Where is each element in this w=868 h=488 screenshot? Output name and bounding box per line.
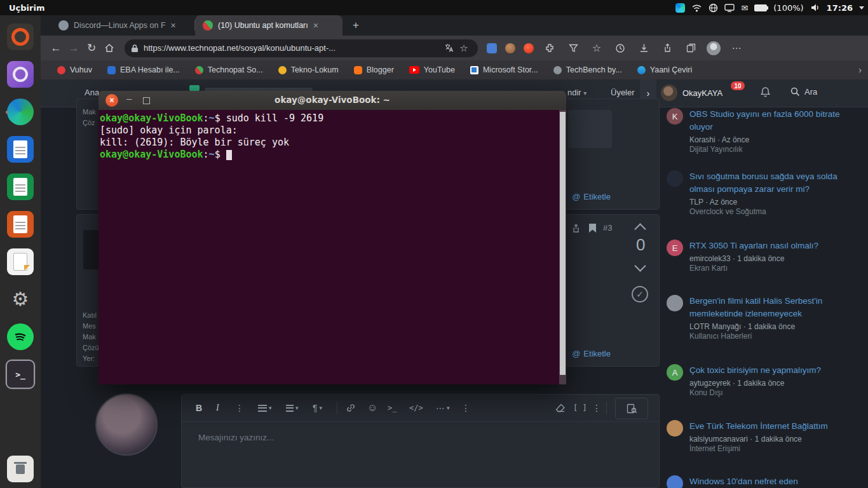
history-icon[interactable] <box>613 41 628 56</box>
topic-title[interactable]: RTX 3050 Ti ayarları nasıl olmalı? <box>689 241 818 250</box>
code-button[interactable]: </> <box>409 400 423 416</box>
terminal-titlebar[interactable]: × – okay@okay-VivoBook: ~ <box>98 91 566 111</box>
dock-item-settings[interactable]: ⚙ <box>5 284 36 315</box>
dock-item-trash[interactable] <box>5 454 36 484</box>
tab-close-icon[interactable]: × <box>171 21 176 30</box>
topic-avatar[interactable]: E <box>667 240 683 256</box>
bookmark-msstore[interactable]: Microsoft Stor... <box>470 65 538 74</box>
remove-format-button[interactable] <box>555 400 566 416</box>
dock-item-screenshot[interactable] <box>5 59 36 90</box>
bookmark-icon[interactable] <box>589 224 596 233</box>
terminal-insert-button[interactable]: >_ <box>388 400 397 416</box>
emoji-button[interactable]: ☺ <box>367 400 377 416</box>
share-icon[interactable] <box>571 224 581 235</box>
topic-avatar[interactable]: A <box>667 364 683 381</box>
bookmark-vuhuv[interactable]: Vuhuv <box>57 65 92 74</box>
terminal-scrollbar-thumb[interactable] <box>560 112 566 375</box>
topic-avatar[interactable] <box>667 295 683 311</box>
tab-close-icon[interactable]: × <box>313 21 318 30</box>
bookmark-technopat[interactable]: Technopat So... <box>195 65 263 74</box>
new-tab-button[interactable]: + <box>348 17 364 34</box>
extension-red-icon[interactable] <box>524 43 534 53</box>
address-bar[interactable]: https://www.technopat.net/sosyal/konu/ub… <box>125 39 478 57</box>
home-button[interactable] <box>100 39 118 57</box>
align-button[interactable]: ▾ <box>286 400 299 416</box>
username[interactable]: OkayKAYA <box>682 88 722 98</box>
wifi-icon[interactable] <box>691 4 702 12</box>
dock-item-terminal[interactable]: >_ <box>5 359 36 390</box>
back-button[interactable]: ← <box>47 39 65 57</box>
post-number[interactable]: #3 <box>603 223 612 233</box>
topic-title[interactable]: Çok toxic birisiyim ne yapmalıyım? <box>689 365 821 375</box>
dock-item-writer[interactable] <box>5 134 36 165</box>
downloads-icon[interactable] <box>636 41 651 56</box>
bookmarks-overflow-icon[interactable]: › <box>858 65 862 75</box>
topic-avatar[interactable] <box>667 170 683 187</box>
extension-blue-icon[interactable] <box>487 43 497 53</box>
bold-button[interactable]: B <box>196 400 202 416</box>
topic-avatar[interactable] <box>667 475 683 488</box>
display-icon[interactable] <box>724 4 735 12</box>
bookmark-teknolokum[interactable]: Tekno-Lokum <box>278 65 339 74</box>
italic-button[interactable]: I <box>216 400 219 416</box>
dock-item-libreoffice[interactable] <box>5 247 36 277</box>
globe-icon[interactable] <box>709 3 718 13</box>
topic-title[interactable]: Bergen'in filmi katil Halis Serbest'in m… <box>689 296 822 318</box>
bbcode-button[interactable]: [ ] <box>573 400 587 416</box>
extensions-puzzle-icon[interactable] <box>542 41 557 56</box>
upvote-icon[interactable] <box>634 223 646 234</box>
bell-icon[interactable] <box>760 86 771 100</box>
tag-link[interactable]: @Etiketle <box>572 192 611 201</box>
add-favorite-star-icon[interactable]: ☆ <box>456 41 471 56</box>
clock[interactable]: 17:26 <box>827 3 853 13</box>
dock-item-calc[interactable] <box>5 172 36 202</box>
tag-link[interactable]: @Etiketle <box>572 349 611 358</box>
paragraph-button[interactable]: ¶▾ <box>313 400 322 416</box>
downvote-icon[interactable] <box>634 260 646 271</box>
dock-item-spotify[interactable] <box>5 322 36 352</box>
topic-title[interactable]: OBS Studio yayını en fazla 6000 bitrate … <box>689 109 839 132</box>
topic-avatar[interactable]: K <box>667 108 683 125</box>
bookmark-blogger[interactable]: Blogger <box>354 65 394 74</box>
mark-solution-icon[interactable]: ✓ <box>632 286 648 302</box>
translate-icon[interactable] <box>441 41 456 56</box>
edge-tray-icon[interactable] <box>675 3 685 13</box>
dock-item-edge[interactable] <box>5 97 36 127</box>
terminal-body[interactable]: okay@okay-VivoBook:~$sudo kill -9 2619 [… <box>98 110 566 384</box>
share-icon[interactable] <box>660 41 675 56</box>
reply-editor[interactable]: B I ⋮ ▾ ▾ ¶▾ ☺ >_ </> ⋯▾ ⋮ [ ] ⋮ <box>181 394 660 488</box>
settings-more-icon[interactable]: ⋯ <box>729 41 744 56</box>
tab-technopat[interactable]: (10) Ubuntu apt komutları × <box>195 15 342 36</box>
more-tools-button[interactable]: ⋯▾ <box>436 400 450 416</box>
topic-avatar[interactable] <box>667 420 683 437</box>
profile-avatar[interactable] <box>707 41 721 55</box>
volume-icon[interactable] <box>810 3 820 12</box>
dock-item-ubuntu-software[interactable] <box>5 22 36 52</box>
bookmark-techbench[interactable]: TechBench by... <box>553 65 622 74</box>
tab-discord[interactable]: Discord—Linux Apps on F × <box>51 15 194 36</box>
extension-bear-icon[interactable] <box>505 43 515 53</box>
nav-home-link[interactable]: Ana <box>85 88 99 97</box>
focused-app-name[interactable]: Uçbirim <box>9 3 44 13</box>
list-button[interactable]: ▾ <box>258 400 272 416</box>
bookmark-eba[interactable]: EBA Hesabı ile... <box>107 65 180 74</box>
text-options-icon[interactable]: ⋮ <box>235 400 244 416</box>
chevron-down-icon[interactable] <box>859 6 864 10</box>
favorites-star-icon[interactable]: ☆ <box>589 41 604 56</box>
nav-download-link[interactable]: ndir ▾ <box>567 88 587 97</box>
filter-icon[interactable] <box>566 41 581 56</box>
search-button[interactable]: Ara <box>790 87 817 97</box>
topic-title[interactable]: Sıvı soğutma borusu sağda veya solda olm… <box>689 172 837 194</box>
message-input-placeholder[interactable]: Mesajınızı yazınız... <box>198 433 274 442</box>
topic-title[interactable]: Windows 10'dan nefret eden <box>689 477 798 486</box>
battery-percent[interactable]: (100%) <box>773 3 803 13</box>
link-button[interactable] <box>346 400 356 416</box>
overflow-icon[interactable]: ⋮ <box>461 400 470 416</box>
editor-menu-icon[interactable]: ⋮ <box>592 400 601 416</box>
collections-icon[interactable] <box>683 41 698 56</box>
topic-title[interactable]: Eve Türk Telekom İnternet Bağlattım <box>689 421 828 431</box>
bookmark-yaani[interactable]: Yaani Çeviri <box>637 65 692 74</box>
preview-button[interactable] <box>615 398 648 419</box>
refresh-button[interactable]: ↻ <box>83 39 100 57</box>
user-avatar-small[interactable] <box>661 85 677 101</box>
